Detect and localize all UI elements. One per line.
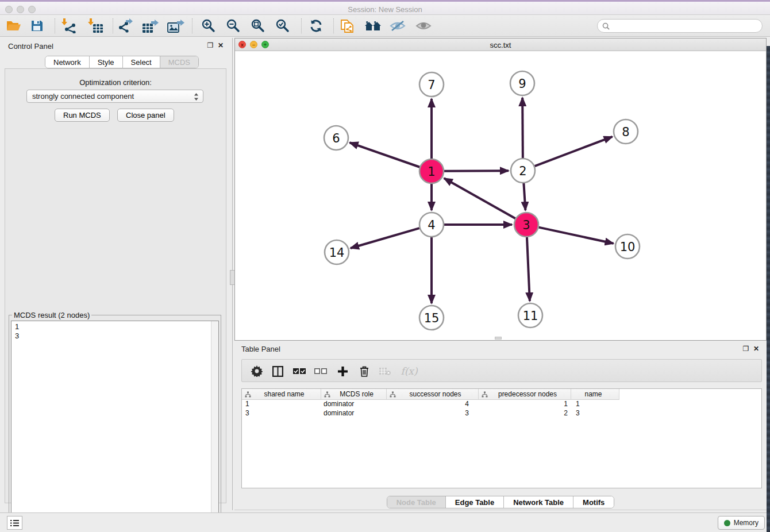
- zoom-out-icon[interactable]: [225, 18, 242, 34]
- memory-button[interactable]: Memory: [718, 516, 765, 530]
- select-all-icon[interactable]: [291, 363, 307, 379]
- run-mcds-button[interactable]: Run MCDS: [55, 109, 110, 122]
- tab-network[interactable]: Network: [45, 56, 90, 68]
- table-cell[interactable]: 3: [571, 409, 619, 418]
- network-window-grip[interactable]: [495, 337, 502, 340]
- refresh-view-icon[interactable]: [307, 18, 325, 34]
- result-line: 1: [15, 322, 19, 331]
- select-arrows-icon: [194, 92, 199, 101]
- optimization-criterion-label: Optimization criterion:: [5, 78, 226, 87]
- clone-network-icon[interactable]: [339, 18, 356, 34]
- deselect-all-icon[interactable]: [313, 363, 329, 379]
- table-cell[interactable]: 1: [242, 400, 321, 409]
- table-panel-close-button[interactable]: ✕: [752, 345, 761, 353]
- result-scrollbar[interactable]: [211, 321, 218, 529]
- column-header-MCDS-role[interactable]: MCDS role: [321, 389, 387, 400]
- table-cell[interactable]: 4: [387, 400, 479, 409]
- control-panel-header: Control Panel ❐ ✕: [0, 40, 231, 52]
- close-panel-button[interactable]: Close panel: [117, 109, 174, 122]
- tab-motifs[interactable]: Motifs: [573, 496, 614, 508]
- table-row[interactable]: 3dominator323: [242, 409, 761, 418]
- table-cell[interactable]: 1: [479, 400, 571, 409]
- export-image-icon[interactable]: [167, 18, 184, 34]
- open-session-icon[interactable]: [5, 18, 22, 34]
- table-cell[interactable]: 3: [242, 409, 321, 418]
- column-header-shared-name[interactable]: shared name: [242, 389, 321, 400]
- network-window-title: scc.txt: [235, 41, 766, 49]
- network-canvas[interactable]: 7968124314101511: [235, 51, 766, 340]
- toolbar-separator: [301, 18, 302, 33]
- mcds-result-group: MCDS result (2 nodes) 13: [9, 315, 221, 532]
- table-row[interactable]: 1dominator411: [242, 400, 761, 409]
- edge-1-6[interactable]: [350, 142, 420, 167]
- control-panel-tabs: Network Style Select MCDS: [45, 56, 199, 68]
- column-layout-icon[interactable]: [270, 363, 286, 379]
- result-line: 3: [15, 331, 19, 341]
- mcds-result-title: MCDS result (2 nodes): [12, 311, 91, 319]
- edge-4-14[interactable]: [351, 228, 419, 248]
- tab-select[interactable]: Select: [123, 56, 160, 68]
- table-toolbar: f(x): [241, 359, 762, 382]
- import-table-icon[interactable]: [87, 18, 104, 34]
- edge-3-11[interactable]: [527, 237, 530, 301]
- export-table-icon[interactable]: [142, 18, 159, 34]
- delete-table-icon: [377, 363, 393, 379]
- tab-mcds[interactable]: MCDS: [160, 56, 198, 68]
- status-bar: Memory: [0, 512, 770, 532]
- tab-style[interactable]: Style: [90, 56, 123, 68]
- table-settings-icon[interactable]: [249, 363, 265, 379]
- network-window-titlebar[interactable]: x – + scc.txt: [235, 38, 766, 51]
- mcds-result-box[interactable]: 13: [11, 321, 219, 530]
- show-all-icon[interactable]: [415, 18, 432, 34]
- column-type-icon: [390, 391, 396, 398]
- table-cell[interactable]: 2: [479, 409, 571, 418]
- node-label-10: 10: [620, 240, 636, 254]
- import-network-icon[interactable]: [60, 18, 78, 34]
- column-header-name[interactable]: name: [571, 389, 619, 400]
- edge-2-8[interactable]: [535, 137, 613, 166]
- column-type-icon: [482, 391, 488, 398]
- column-header-predecessor-nodes[interactable]: predecessor nodes: [479, 389, 571, 400]
- tab-edge-table[interactable]: Edge Table: [446, 496, 504, 508]
- export-network-icon[interactable]: [117, 18, 134, 34]
- table-cell[interactable]: dominator: [321, 409, 387, 418]
- zoom-fit-icon[interactable]: [249, 18, 267, 34]
- first-neighbors-icon[interactable]: [364, 18, 382, 34]
- hide-selected-icon[interactable]: [389, 18, 406, 34]
- edge-2-3[interactable]: [523, 183, 525, 210]
- mcds-tab-content: Optimization criterion: strongly connect…: [5, 68, 226, 503]
- task-history-button[interactable]: [7, 516, 22, 530]
- control-panel-float-button[interactable]: ❐: [206, 41, 215, 49]
- edge-3-10[interactable]: [539, 228, 614, 244]
- toolbar-separator: [333, 18, 334, 33]
- search-field[interactable]: [597, 19, 763, 33]
- tab-network-table[interactable]: Network Table: [504, 496, 573, 508]
- toolbar-separator: [192, 18, 192, 33]
- save-session-icon[interactable]: [28, 18, 45, 34]
- node-label-4: 4: [428, 218, 435, 232]
- search-icon: [602, 22, 610, 30]
- criterion-select[interactable]: strongly connected component: [26, 90, 203, 103]
- table-cell[interactable]: dominator: [321, 400, 387, 409]
- edge-2-9[interactable]: [522, 98, 523, 158]
- column-type-icon: [245, 391, 251, 398]
- tab-node-table[interactable]: Node Table: [387, 496, 446, 508]
- table-cell[interactable]: 3: [387, 409, 479, 418]
- zoom-selected-icon[interactable]: [274, 18, 291, 34]
- node-table-body: 1dominator4113dominator323: [242, 400, 761, 418]
- edge-3-1[interactable]: [444, 178, 515, 218]
- control-panel-title: Control Panel: [8, 42, 53, 51]
- search-input[interactable]: [613, 22, 762, 30]
- node-label-1: 1: [428, 165, 435, 179]
- application-window: Session: New Session: [0, 0, 770, 532]
- add-column-icon[interactable]: [334, 363, 351, 379]
- control-panel-close-button[interactable]: ✕: [216, 41, 225, 49]
- table-cell[interactable]: 1: [571, 400, 619, 409]
- edge-1-2[interactable]: [444, 171, 509, 171]
- column-header-successor-nodes[interactable]: successor nodes: [387, 389, 479, 400]
- table-panel-float-button[interactable]: ❐: [741, 345, 750, 353]
- delete-column-icon[interactable]: [356, 363, 372, 379]
- node-label-3: 3: [522, 218, 530, 232]
- zoom-in-icon[interactable]: [200, 18, 217, 34]
- node-label-6: 6: [332, 132, 340, 145]
